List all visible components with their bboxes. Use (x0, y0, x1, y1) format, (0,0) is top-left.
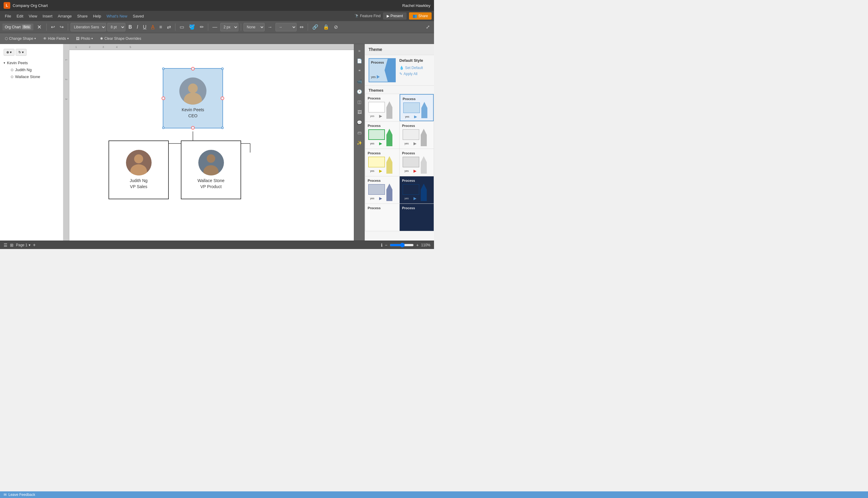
comment-icon[interactable]: 💬 (355, 118, 364, 127)
line-style-button[interactable]: — (211, 23, 219, 31)
default-arrow: yes (371, 75, 380, 79)
redo-button[interactable]: ↪ (58, 23, 65, 31)
photo-button[interactable]: 🖼 Photo ▾ (74, 35, 95, 42)
theme-item-navy[interactable]: Process yes (400, 176, 434, 204)
theme-item-yellow[interactable]: Process yes (365, 149, 399, 176)
apply-all-action[interactable]: ✎ Apply All (399, 72, 423, 76)
handle-bottom-right[interactable] (221, 127, 224, 129)
link-button[interactable]: 🔗 (310, 23, 320, 31)
handle-top-left[interactable] (162, 67, 164, 70)
judith-node[interactable]: Judith Ng VP Sales (108, 141, 169, 199)
shape-outline-button[interactable]: ▭ (178, 23, 186, 31)
quote-icon[interactable]: ❝ (355, 67, 364, 75)
line-width-select[interactable]: 2 px (220, 23, 238, 31)
default-process-label: Process (371, 61, 384, 64)
align-button[interactable]: ≡ (158, 23, 164, 31)
theme-item-process10[interactable]: Process (400, 204, 434, 231)
underline-button[interactable]: U (141, 23, 148, 31)
sidebar-tools: ⊕ ▾ ↻ ▾ (0, 47, 63, 58)
theme-item-white[interactable]: Process yes (365, 94, 399, 121)
list-view-button[interactable]: ☰ (4, 243, 8, 248)
set-default-action[interactable]: 💧 Set Default (399, 66, 423, 70)
present-button[interactable]: ▶ Present (383, 12, 406, 19)
theme-process10-label: Process (402, 206, 431, 210)
layers-icon[interactable]: ◫ (355, 98, 364, 106)
menu-saved[interactable]: Saved (130, 13, 146, 19)
close-orgchart-button[interactable]: ✕ (35, 23, 44, 32)
sidebar: ⊕ ▾ ↻ ▾ ▾ Kevin Peets Judith Ng Wallace … (0, 44, 63, 240)
zoom-plus-button[interactable]: + (416, 243, 419, 248)
canvas-wrapper[interactable]: 1 2 3 4 5 1 2 3 (63, 44, 354, 240)
connection-handle-right[interactable] (221, 96, 224, 100)
sidebar-tool-1[interactable]: ⊕ ▾ (4, 49, 14, 56)
arrow-direction-button[interactable]: → (266, 23, 274, 31)
page-dropdown-arrow[interactable]: ▾ (29, 243, 30, 247)
bold-button[interactable]: B (126, 23, 134, 31)
fill-color-button[interactable]: 🪣 (187, 23, 197, 31)
theme-item-blue[interactable]: Process yes (400, 94, 434, 121)
toolbar-separator-5 (241, 24, 241, 31)
fullscreen-button[interactable]: ⤢ (424, 23, 431, 31)
font-color-button[interactable]: A (149, 23, 157, 31)
theme-item-green[interactable]: Process yes (365, 121, 399, 149)
clear-overrides-button[interactable]: ✱ Clear Shape Overrides (98, 35, 144, 42)
theme-blue-label: Process (403, 97, 431, 101)
theme-item-darkblue[interactable]: Process yes (365, 176, 399, 204)
connection-options-button[interactable]: ⇔ (298, 23, 305, 31)
wallace-node[interactable]: Wallace Stone VP Product (181, 141, 241, 199)
clock-icon[interactable]: 🕐 (355, 88, 364, 96)
grid-view-button[interactable]: ⊞ (10, 243, 14, 248)
zoom-slider[interactable] (390, 243, 414, 248)
help-icon-button[interactable]: ℹ (381, 243, 383, 248)
svg-marker-26 (414, 197, 416, 200)
arrow-end-select[interactable]: → (276, 23, 296, 31)
wand-icon[interactable]: ✨ (355, 139, 364, 147)
change-shape-button[interactable]: ⬡ Change Shape ▾ (2, 35, 38, 42)
theme-item-process9[interactable]: Process (365, 204, 399, 231)
menu-arrange[interactable]: Arrange (55, 13, 74, 19)
zoom-minus-button[interactable]: − (385, 243, 387, 248)
share-button[interactable]: 👥 Share (409, 12, 431, 19)
more-options-button[interactable]: ⊘ (332, 23, 340, 31)
sub-nodes-container: Judith Ng VP Sales Wallace Stone VP Prod… (108, 141, 241, 199)
theme-item-lightgray[interactable]: Process yes (400, 121, 434, 149)
doc-icon[interactable]: 📄 (355, 57, 364, 65)
expand-panel-icon[interactable]: » (355, 47, 364, 55)
video-icon[interactable]: 📹 (355, 77, 364, 86)
font-size-select[interactable]: 8 pt (107, 23, 125, 31)
canvas-area[interactable]: Kevin Peets CEO Judith Ng VP Sales Walla… (69, 50, 354, 240)
menu-whats-new[interactable]: What's New (104, 13, 130, 19)
menu-edit[interactable]: Edit (14, 13, 26, 19)
connection-handle-bottom[interactable] (191, 126, 195, 130)
svg-text:yes: yes (370, 169, 375, 172)
menu-file[interactable]: File (2, 13, 14, 19)
undo-button[interactable]: ↩ (49, 23, 57, 31)
image-icon[interactable]: 🖼 (355, 108, 364, 116)
text-direction-button[interactable]: ⇄ (165, 23, 173, 31)
font-family-select[interactable]: Liberation Sans (70, 23, 106, 31)
handle-top-right[interactable] (221, 67, 224, 70)
ceo-node[interactable]: Kevin Peets CEO (163, 68, 223, 128)
sidebar-tool-2[interactable]: ↻ ▾ (16, 49, 27, 56)
lock-button[interactable]: 🔒 (321, 23, 331, 31)
sidebar-item-kevin[interactable]: ▾ Kevin Peets (0, 60, 63, 66)
italic-button[interactable]: I (135, 23, 140, 31)
add-page-button[interactable]: + (33, 243, 36, 248)
sidebar-item-judith[interactable]: Judith Ng (7, 66, 63, 73)
menu-view[interactable]: View (26, 13, 39, 19)
database-icon[interactable]: 🗃 (355, 128, 364, 137)
theme-item-darkgray[interactable]: Process yes (400, 149, 434, 176)
photo-icon: 🖼 (76, 37, 80, 41)
theme-navy-label: Process (402, 179, 431, 182)
handle-bottom-left[interactable] (162, 127, 164, 129)
connection-handle-top[interactable] (191, 67, 195, 70)
menu-help[interactable]: Help (91, 13, 104, 19)
menu-share[interactable]: Share (75, 13, 90, 19)
menu-insert[interactable]: Insert (40, 13, 55, 19)
connection-handle-left[interactable] (162, 96, 165, 100)
hide-fields-button[interactable]: 👁 Hide Fields ▾ (41, 35, 71, 42)
feature-find[interactable]: 🔭 Feature Find (355, 14, 380, 18)
line-color-button[interactable]: ✏ (198, 23, 205, 31)
sidebar-item-wallace[interactable]: Wallace Stone (7, 73, 63, 80)
arrow-start-select[interactable]: None (243, 23, 265, 31)
